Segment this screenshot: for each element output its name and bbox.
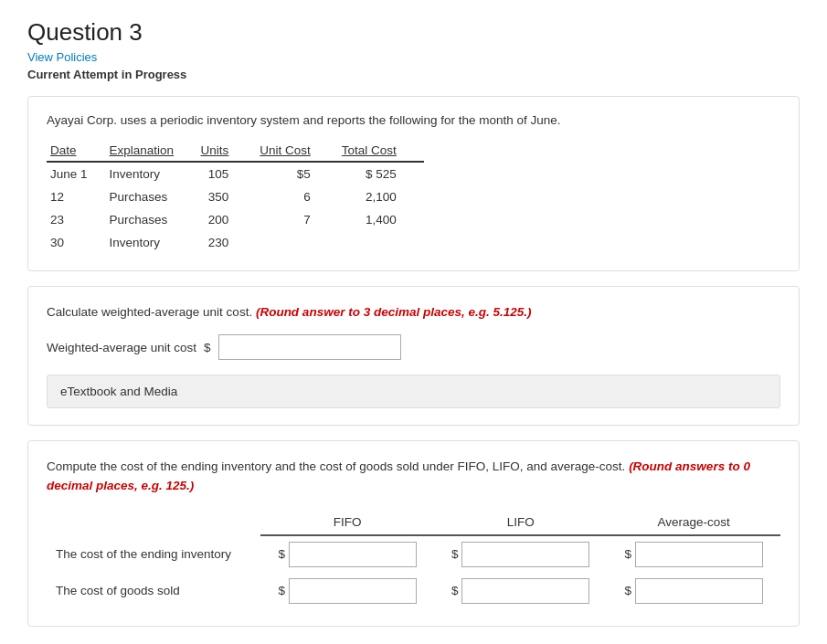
col-header-explanation: Explanation (106, 140, 197, 162)
etextbook-label: eTextbook and Media (60, 385, 177, 398)
avg-input-0[interactable] (635, 542, 763, 567)
cell-date: 30 (47, 231, 106, 254)
avg-dollar-0: $ (624, 547, 631, 561)
col-header-units: Units (197, 140, 257, 162)
attempt-status: Current Attempt in Progress (27, 68, 800, 81)
cell-unit-cost: $5 (256, 162, 338, 185)
calc-instruction: Calculate weighted-average unit cost. (R… (47, 303, 780, 322)
avg-input-1[interactable] (635, 578, 763, 604)
fifo-input-1[interactable] (289, 578, 417, 604)
fifo-cell-1: $ (260, 573, 434, 609)
view-policies-link[interactable]: View Policies (27, 50, 800, 64)
cell-date: 23 (47, 208, 106, 231)
avg-dollar-1: $ (624, 584, 631, 597)
weighted-avg-label: Weighted-average unit cost (47, 341, 196, 354)
fifo-input-group-0: $ (270, 542, 425, 567)
methods-row: The cost of goods sold $ $ $ (47, 573, 780, 609)
avg-cell-0: $ (607, 535, 780, 573)
cell-units: 350 (197, 185, 257, 208)
table-row: June 1 Inventory 105 $5 $ 525 (47, 162, 424, 185)
weighted-avg-input-row: Weighted-average unit cost $ (47, 334, 780, 360)
inventory-table: Date Explanation Units Unit Cost Total C… (47, 140, 424, 254)
table-row: 23 Purchases 200 7 1,400 (47, 208, 424, 231)
cell-date: June 1 (47, 162, 106, 185)
fifo-dollar-0: $ (278, 547, 285, 561)
table-row: 30 Inventory 230 (47, 231, 424, 254)
page-title: Question 3 (27, 18, 800, 47)
cell-total-cost (338, 231, 424, 254)
cell-unit-cost: 7 (256, 208, 338, 231)
calc-instruction-red: (Round answer to 3 decimal places, e.g. … (256, 305, 532, 319)
cell-units: 105 (197, 162, 257, 185)
compute-instruction-plain: Compute the cost of the ending inventory… (47, 459, 629, 473)
methods-col-avg: Average-cost (607, 510, 780, 535)
fifo-cell-0: $ (260, 535, 434, 573)
lifo-input-group-1: $ (443, 578, 599, 604)
methods-col-lifo: LIFO (434, 510, 608, 535)
methods-row-label: The cost of goods sold (47, 573, 260, 609)
lifo-dollar-0: $ (451, 547, 459, 561)
fifo-input-0[interactable] (289, 542, 417, 567)
methods-row: The cost of the ending inventory $ $ $ (47, 535, 780, 573)
fifo-input-group-1: $ (270, 578, 425, 604)
cell-explanation: Inventory (106, 231, 197, 254)
compute-instruction: Compute the cost of the ending inventory… (47, 458, 780, 495)
fifo-dollar-1: $ (278, 584, 285, 597)
avg-input-group-1: $ (616, 578, 771, 604)
cell-explanation: Inventory (106, 162, 197, 185)
lifo-input-0[interactable] (461, 542, 589, 567)
cell-total-cost: 2,100 (338, 185, 424, 208)
weighted-average-card: Calculate weighted-average unit cost. (R… (27, 286, 800, 426)
cell-unit-cost: 6 (256, 185, 338, 208)
methods-row-label: The cost of the ending inventory (47, 535, 260, 573)
lifo-cell-1: $ (434, 573, 608, 609)
lifo-dollar-1: $ (451, 584, 459, 597)
table-row: 12 Purchases 350 6 2,100 (47, 185, 424, 208)
cell-unit-cost (256, 231, 338, 254)
compute-card: Compute the cost of the ending inventory… (27, 440, 800, 627)
cell-date: 12 (47, 185, 106, 208)
methods-header-row: FIFO LIFO Average-cost (47, 510, 780, 535)
calc-instruction-plain: Calculate weighted-average unit cost. (47, 305, 256, 319)
col-header-unit-cost: Unit Cost (256, 140, 338, 162)
weighted-avg-dollar: $ (204, 341, 211, 354)
methods-col-label (47, 510, 260, 535)
avg-cell-1: $ (607, 573, 780, 609)
etextbook-bar[interactable]: eTextbook and Media (47, 375, 780, 408)
inventory-card: Ayayai Corp. uses a periodic inventory s… (27, 96, 800, 271)
cell-explanation: Purchases (106, 208, 197, 231)
table-header-row: Date Explanation Units Unit Cost Total C… (47, 140, 424, 162)
weighted-avg-input[interactable] (218, 334, 401, 360)
cell-explanation: Purchases (106, 185, 197, 208)
avg-input-group-0: $ (616, 542, 771, 567)
cell-units: 200 (197, 208, 257, 231)
col-header-total-cost: Total Cost (338, 140, 424, 162)
inventory-intro: Ayayai Corp. uses a periodic inventory s… (47, 113, 780, 127)
col-header-date: Date (47, 140, 106, 162)
cell-total-cost: $ 525 (338, 162, 424, 185)
lifo-input-1[interactable] (461, 578, 589, 604)
lifo-input-group-0: $ (443, 542, 599, 567)
lifo-cell-0: $ (434, 535, 608, 573)
cell-total-cost: 1,400 (338, 208, 424, 231)
methods-table: FIFO LIFO Average-cost The cost of the e… (47, 510, 780, 609)
cell-units: 230 (197, 231, 257, 254)
methods-col-fifo: FIFO (260, 510, 434, 535)
